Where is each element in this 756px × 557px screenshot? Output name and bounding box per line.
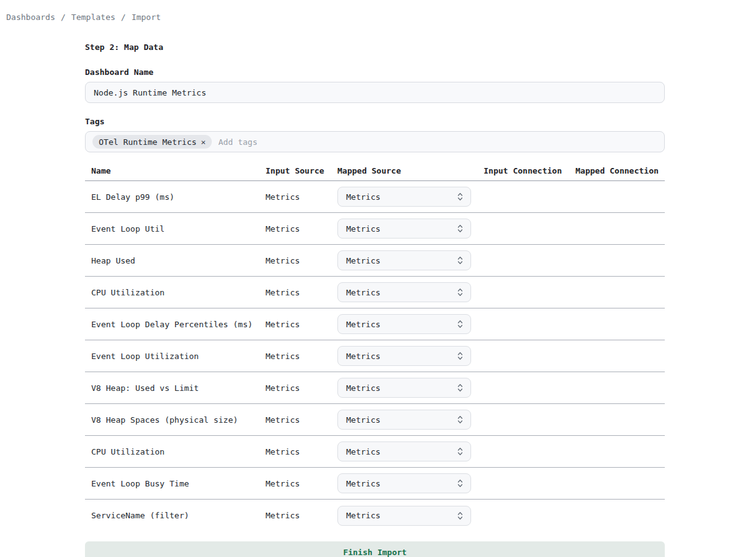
mapped-source-select[interactable]: Metrics <box>337 187 471 207</box>
mapped-source-selected-value: Metrics <box>346 479 380 488</box>
row-metric-name: Event Loop Delay Percentiles (ms) <box>85 320 266 329</box>
mapped-source-select[interactable]: Metrics <box>337 378 471 398</box>
finish-import-button[interactable]: Finish Import <box>85 541 665 557</box>
mapped-source-select[interactable]: Metrics <box>337 441 471 461</box>
row-metric-name: CPU Utilization <box>85 447 266 456</box>
table-row: Event Loop Utilization Metrics Metrics <box>85 340 665 372</box>
column-header-mapped-source: Mapped Source <box>337 166 484 175</box>
table-row: V8 Heap: Used vs Limit Metrics Metrics <box>85 372 665 404</box>
tags-label: Tags <box>85 117 665 126</box>
row-input-source: Metrics <box>266 288 337 297</box>
import-wizard-page: Dashboards / Templates / Import Step 2: … <box>0 0 756 557</box>
mapped-source-select[interactable]: Metrics <box>337 506 471 526</box>
mapped-source-selected-value: Metrics <box>346 511 380 520</box>
mapped-source-selected-value: Metrics <box>346 288 380 297</box>
dashboard-name-label: Dashboard Name <box>85 67 665 77</box>
breadcrumb-separator: / <box>121 12 126 22</box>
mapped-source-selected-value: Metrics <box>346 383 380 393</box>
step-title: Step 2: Map Data <box>85 42 665 52</box>
chevron-up-down-icon <box>457 511 463 520</box>
chevron-up-down-icon <box>457 288 463 297</box>
mapped-source-selected-value: Metrics <box>346 352 380 361</box>
import-step-content: Step 2: Map Data Dashboard Name Node.js … <box>85 42 665 557</box>
tag-remove-icon[interactable]: × <box>201 137 206 147</box>
row-input-source: Metrics <box>266 511 337 520</box>
column-header-mapped-connection: Mapped Connection <box>575 166 665 175</box>
mapped-source-selected-value: Metrics <box>346 256 380 265</box>
mapped-source-select[interactable]: Metrics <box>337 282 471 302</box>
breadcrumb-item-import: Import <box>131 12 161 22</box>
table-row: Event Loop Busy Time Metrics Metrics <box>85 468 665 500</box>
mapping-table-body: EL Delay p99 (ms) Metrics Metrics Event … <box>85 181 665 531</box>
row-metric-name: V8 Heap: Used vs Limit <box>85 383 266 393</box>
row-metric-name: EL Delay p99 (ms) <box>85 192 266 202</box>
row-input-source: Metrics <box>266 352 337 361</box>
mapped-source-select[interactable]: Metrics <box>337 410 471 430</box>
row-input-source: Metrics <box>266 192 337 202</box>
dashboard-name-input[interactable]: Node.js Runtime Metrics <box>85 82 665 103</box>
mapped-source-select[interactable]: Metrics <box>337 250 471 270</box>
row-metric-name: V8 Heap Spaces (physical size) <box>85 415 266 425</box>
row-metric-name: Heap Used <box>85 256 266 265</box>
breadcrumb-item-dashboards[interactable]: Dashboards <box>6 12 55 22</box>
row-metric-name: CPU Utilization <box>85 288 266 297</box>
chevron-up-down-icon <box>457 415 463 424</box>
row-input-source: Metrics <box>266 224 337 234</box>
column-header-input-source: Input Source <box>266 166 337 175</box>
column-header-input-connection: Input Connection <box>484 166 575 175</box>
row-input-source: Metrics <box>266 256 337 265</box>
breadcrumb-item-templates[interactable]: Templates <box>71 12 115 22</box>
breadcrumb: Dashboards / Templates / Import <box>0 0 756 22</box>
chevron-up-down-icon <box>457 383 463 392</box>
chevron-up-down-icon <box>457 192 463 201</box>
mapped-source-selected-value: Metrics <box>346 320 380 329</box>
mapping-table-header: Name Input Source Mapped Source Input Co… <box>85 166 665 181</box>
mapped-source-selected-value: Metrics <box>346 447 380 456</box>
table-row: V8 Heap Spaces (physical size) Metrics M… <box>85 404 665 436</box>
row-metric-name: Event Loop Utilization <box>85 352 266 361</box>
chevron-up-down-icon <box>457 479 463 488</box>
tags-input[interactable]: OTel Runtime Metrics × Add tags <box>85 131 665 152</box>
chevron-up-down-icon <box>457 352 463 360</box>
row-metric-name: Event Loop Busy Time <box>85 479 266 488</box>
row-input-source: Metrics <box>266 415 337 425</box>
tags-placeholder: Add tags <box>218 137 257 147</box>
table-row: CPU Utilization Metrics Metrics <box>85 277 665 308</box>
chevron-up-down-icon <box>457 256 463 265</box>
row-input-source: Metrics <box>266 383 337 393</box>
tag-chip-label: OTel Runtime Metrics <box>99 137 197 147</box>
row-input-source: Metrics <box>266 479 337 488</box>
mapped-source-select[interactable]: Metrics <box>337 473 471 493</box>
row-metric-name: Event Loop Util <box>85 224 266 234</box>
table-row: ServiceName (filter) Metrics Metrics <box>85 500 665 531</box>
column-header-name: Name <box>85 166 266 175</box>
chevron-up-down-icon <box>457 320 463 328</box>
table-row: Event Loop Delay Percentiles (ms) Metric… <box>85 308 665 340</box>
breadcrumb-separator: / <box>61 12 66 22</box>
row-input-source: Metrics <box>266 320 337 329</box>
tag-chip: OTel Runtime Metrics × <box>92 135 212 149</box>
table-row: CPU Utilization Metrics Metrics <box>85 436 665 468</box>
mapped-source-select[interactable]: Metrics <box>337 314 471 334</box>
table-row: EL Delay p99 (ms) Metrics Metrics <box>85 181 665 213</box>
dashboard-name-value: Node.js Runtime Metrics <box>94 88 206 97</box>
mapping-table: Name Input Source Mapped Source Input Co… <box>85 166 665 531</box>
mapped-source-selected-value: Metrics <box>346 415 380 425</box>
row-input-source: Metrics <box>266 447 337 456</box>
chevron-up-down-icon <box>457 447 463 456</box>
mapped-source-selected-value: Metrics <box>346 224 380 234</box>
table-row: Heap Used Metrics Metrics <box>85 245 665 277</box>
row-metric-name: ServiceName (filter) <box>85 511 266 520</box>
mapped-source-selected-value: Metrics <box>346 192 380 202</box>
table-row: Event Loop Util Metrics Metrics <box>85 213 665 245</box>
mapped-source-select[interactable]: Metrics <box>337 219 471 239</box>
mapped-source-select[interactable]: Metrics <box>337 346 471 366</box>
chevron-up-down-icon <box>457 224 463 233</box>
